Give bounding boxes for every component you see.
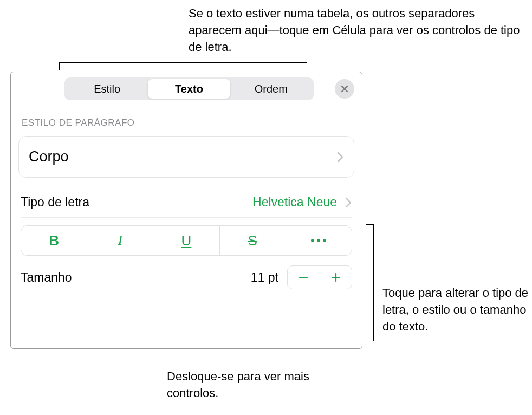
more-icon — [311, 239, 326, 242]
font-value: Helvetica Neue — [252, 195, 337, 210]
bold-button[interactable]: B — [21, 226, 87, 255]
more-text-options-button[interactable] — [286, 226, 352, 255]
tab-style[interactable]: Estilo — [66, 79, 148, 99]
bracket-top — [59, 62, 307, 70]
font-row[interactable]: Tipo de letra Helvetica Neue — [21, 195, 352, 218]
bracket-right-stem — [374, 283, 379, 283]
paragraph-style-value: Corpo — [29, 148, 69, 165]
close-icon — [340, 85, 349, 93]
strikethrough-button[interactable]: S — [220, 226, 286, 255]
size-increase-button[interactable] — [320, 266, 352, 289]
font-label: Tipo de letra — [21, 195, 89, 210]
paragraph-style-row[interactable]: Corpo — [18, 136, 354, 178]
size-decrease-button[interactable] — [288, 266, 320, 289]
plus-icon — [330, 272, 341, 283]
close-button[interactable] — [335, 79, 354, 99]
chevron-right-icon — [336, 151, 344, 163]
paragraph-style-section-label: ESTILO DE PARÁGRAFO — [11, 106, 362, 133]
size-value: 11 pt — [251, 270, 278, 285]
size-stepper — [287, 265, 352, 289]
bracket-right — [366, 224, 374, 341]
callout-font-controls: Toque para alterar o tipo de letra, o es… — [382, 285, 529, 335]
italic-button[interactable]: I — [87, 226, 153, 255]
bracket-top-stem — [183, 56, 183, 62]
callout-tabs: Se o texto estiver numa tabela, os outro… — [189, 5, 524, 55]
tab-order[interactable]: Ordem — [230, 79, 312, 99]
size-label: Tamanho — [21, 270, 72, 285]
panel-header: Estilo Texto Ordem — [11, 72, 362, 106]
chevron-right-icon — [345, 197, 352, 209]
minus-icon — [298, 272, 309, 283]
tab-segmented-control: Estilo Texto Ordem — [64, 77, 314, 100]
tab-text[interactable]: Texto — [148, 79, 230, 99]
callout-scroll: Desloque-se para ver mais controlos. — [167, 368, 329, 402]
size-row: Tamanho 11 pt — [21, 265, 352, 289]
text-style-button-group: B I U S — [21, 225, 352, 256]
underline-button[interactable]: U — [153, 226, 219, 255]
format-panel: Estilo Texto Ordem ESTILO DE PARÁGRAFO C… — [10, 72, 362, 349]
